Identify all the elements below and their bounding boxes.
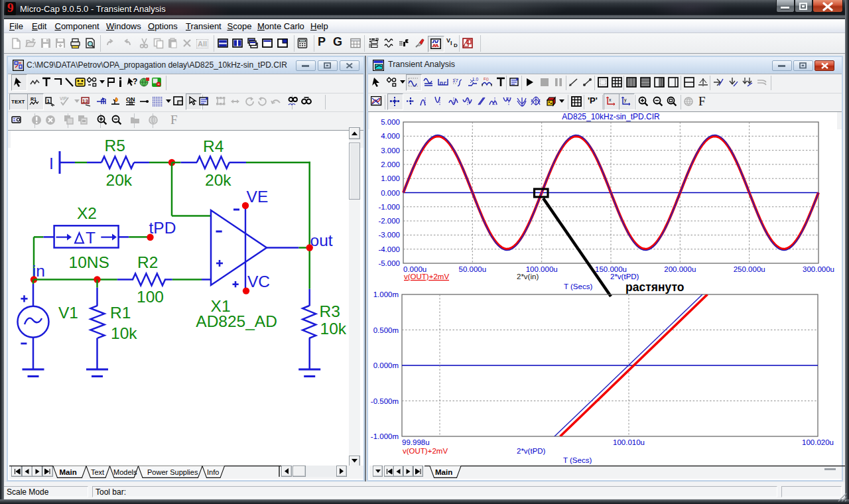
svg-text:ON: ON <box>126 96 135 103</box>
svg-text:X2: X2 <box>77 204 97 222</box>
svg-text:1.000: 1.000 <box>381 174 400 182</box>
svg-text:20k: 20k <box>205 171 231 189</box>
svg-text:?: ? <box>133 77 137 86</box>
svg-text:2*v(tPD): 2*v(tPD) <box>517 447 546 455</box>
svg-text:100: 100 <box>137 288 164 306</box>
svg-text:F(): F() <box>484 77 489 81</box>
svg-text:VIP: VIP <box>60 96 66 101</box>
svg-text:растянуто: растянуто <box>625 281 684 294</box>
svg-text:3.000: 3.000 <box>381 147 400 155</box>
svg-text:2*v(in): 2*v(in) <box>517 273 539 281</box>
svg-text:-5.000: -5.000 <box>378 259 400 267</box>
svg-text:AD825_AD: AD825_AD <box>196 312 277 330</box>
svg-text:Info: Info <box>207 468 219 476</box>
svg-text:VE: VE <box>247 188 269 206</box>
svg-text:50.000u: 50.000u <box>459 265 487 273</box>
svg-text:R2: R2 <box>137 253 158 271</box>
svg-text:100.010u: 100.010u <box>613 438 645 446</box>
svg-text:R4: R4 <box>203 137 224 155</box>
svg-text:T: T <box>86 229 96 247</box>
svg-text:10k: 10k <box>111 324 137 342</box>
svg-text:1.0: 1.0 <box>472 77 478 82</box>
svg-text:250.000u: 250.000u <box>734 265 765 273</box>
svg-text:99.998u: 99.998u <box>402 438 430 446</box>
svg-text:R5: R5 <box>105 137 125 155</box>
svg-text:R1: R1 <box>31 97 36 101</box>
svg-text:T (Secs): T (Secs) <box>563 456 592 464</box>
svg-text:-3.000: -3.000 <box>378 231 400 239</box>
svg-text:tPD: tPD <box>149 219 176 237</box>
svg-text:v(OUT)+2mV: v(OUT)+2mV <box>404 273 449 281</box>
svg-text:10k: 10k <box>320 320 347 338</box>
svg-text:T (Secs): T (Secs) <box>564 283 592 290</box>
svg-text:Main: Main <box>435 468 452 476</box>
svg-text:-1.000m: -1.000m <box>371 432 399 440</box>
svg-text:Power Supplies: Power Supplies <box>147 468 198 476</box>
svg-text:17: 17 <box>452 78 458 84</box>
svg-text:20k: 20k <box>106 171 133 189</box>
svg-text:VC: VC <box>247 273 270 290</box>
svg-text:300.000u: 300.000u <box>803 265 834 273</box>
svg-text:V1: V1 <box>58 304 78 322</box>
svg-text:2*v(tPD): 2*v(tPD) <box>610 273 639 281</box>
svg-text:1: 1 <box>47 98 50 104</box>
svg-text:100.020u: 100.020u <box>802 438 834 446</box>
svg-text:out: out <box>310 231 333 249</box>
svg-text:1.000m: 1.000m <box>373 290 399 298</box>
svg-text:I: I <box>49 155 54 172</box>
svg-text:TEXT: TEXT <box>11 99 25 105</box>
svg-text:200.000u: 200.000u <box>664 265 696 273</box>
svg-text:-0.500m: -0.500m <box>371 397 399 405</box>
svg-text:y: y <box>624 97 627 103</box>
svg-text:13: 13 <box>82 98 88 104</box>
svg-text:0.000: 0.000 <box>381 189 400 197</box>
svg-text:AD825_10kHz-sin_tPD.CIR: AD825_10kHz-sin_tPD.CIR <box>562 112 660 121</box>
svg-text:0.500m: 0.500m <box>373 326 399 334</box>
svg-text:10NS: 10NS <box>69 253 109 271</box>
svg-text:Text: Text <box>91 468 104 476</box>
svg-text:5.000: 5.000 <box>381 118 400 126</box>
svg-text:0.000m: 0.000m <box>373 361 399 369</box>
svg-text:R3: R3 <box>320 302 340 320</box>
svg-text:2.000: 2.000 <box>381 160 400 168</box>
svg-text:-4.000: -4.000 <box>378 245 400 253</box>
svg-text:Main: Main <box>60 468 77 476</box>
svg-text:Models: Models <box>113 468 137 476</box>
svg-text:x: x <box>609 97 612 102</box>
svg-text:-2.000: -2.000 <box>378 217 400 225</box>
svg-text:4.000: 4.000 <box>381 132 400 140</box>
svg-text:v(OUT)+2mV: v(OUT)+2mV <box>403 447 448 455</box>
svg-text:-1.000: -1.000 <box>378 203 400 211</box>
svg-text:R1: R1 <box>110 304 131 322</box>
